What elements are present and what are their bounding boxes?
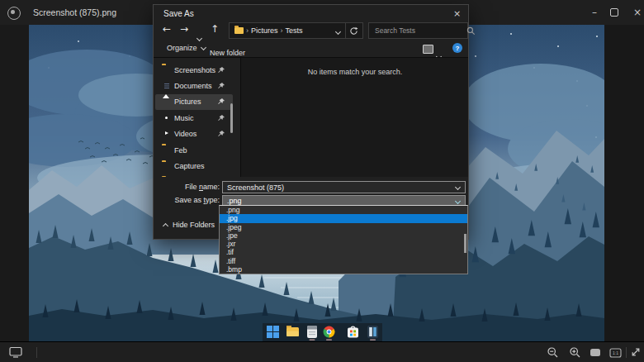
- type-option-tiff[interactable]: .tiff: [220, 257, 467, 265]
- chrome-icon: [324, 326, 334, 336]
- sidebar-item-documents[interactable]: Documents: [155, 78, 233, 93]
- empty-message: No items match your search.: [241, 68, 468, 76]
- left-rail: [0, 25, 29, 341]
- fit-screen-icon[interactable]: [590, 348, 601, 357]
- sidebar-item-captures[interactable]: Captures: [155, 158, 233, 174]
- type-option-jpeg[interactable]: .jpeg: [220, 223, 467, 231]
- dialog-body: No items match your search. Screenshots …: [154, 58, 468, 177]
- address-dropdown-icon[interactable]: [336, 22, 340, 37]
- type-option-bmp[interactable]: .bmp: [220, 265, 467, 274]
- type-option-jpe[interactable]: .jpe: [220, 231, 467, 240]
- save-type-label: Save as type:: [154, 196, 220, 204]
- help-button[interactable]: ?: [452, 43, 462, 53]
- divider: [626, 347, 627, 358]
- divider: [36, 347, 37, 358]
- sidebar-item-feb[interactable]: Feb: [155, 142, 233, 158]
- file-name-combobox[interactable]: Screenshot (875): [222, 181, 466, 193]
- type-option-jpg[interactable]: .jpg: [220, 214, 467, 222]
- sidebar-item-pictures[interactable]: Pictures: [155, 94, 233, 110]
- recent-locations-icon[interactable]: [197, 29, 201, 44]
- save-type-dropdown-list: .png .jpg .jpeg .jpe .jxr .tif .tiff .bm…: [219, 205, 468, 274]
- refresh-icon[interactable]: [349, 26, 358, 36]
- viewer-statusbar: 87% 1:1: [0, 341, 644, 362]
- breadcrumb-tests[interactable]: Tests: [286, 26, 303, 35]
- breadcrumb[interactable]: › Pictures › Tests: [229, 22, 363, 39]
- pin-icon: [217, 82, 225, 90]
- search-input[interactable]: [369, 26, 466, 35]
- chevron-down-icon: [200, 44, 206, 50]
- organize-button[interactable]: Organize: [167, 44, 206, 52]
- expand-icon[interactable]: [630, 346, 642, 358]
- hide-folders-button[interactable]: Hide Folders: [163, 221, 215, 229]
- dialog-close-icon[interactable]: ×: [450, 7, 464, 21]
- file-name-value: Screenshot (875): [227, 183, 456, 192]
- file-name-label: File name:: [154, 183, 220, 191]
- chevron-down-icon: [455, 184, 461, 190]
- type-option-jxr[interactable]: .jxr: [220, 240, 467, 248]
- zoom-in-icon[interactable]: [569, 346, 581, 359]
- screenshot-app-icon-taskbar: [367, 326, 378, 338]
- up-icon[interactable]: ↑: [211, 23, 219, 35]
- right-gap: [604, 25, 644, 341]
- monitor-icon[interactable]: [8, 345, 23, 359]
- svg-text:1:1: 1:1: [613, 350, 618, 355]
- search-icon: [466, 26, 476, 36]
- view-mode-button[interactable]: [423, 45, 433, 54]
- microsoft-store-icon: [348, 326, 358, 337]
- screen: Screenshot (875).png – ×: [0, 0, 644, 362]
- notepad-icon: [307, 326, 317, 338]
- sidebar-item-videos[interactable]: Videos: [155, 126, 233, 142]
- chevron-up-icon: [163, 223, 168, 229]
- breadcrumb-pictures[interactable]: Pictures: [251, 26, 278, 35]
- breadcrumb-separator: ›: [281, 26, 283, 35]
- folder-icon: [234, 27, 244, 34]
- embedded-taskbar: [263, 323, 382, 341]
- pin-icon: [217, 114, 225, 122]
- window-title: Screenshot (875).png: [33, 7, 116, 17]
- search-box[interactable]: [368, 22, 468, 39]
- navigation-sidebar: Screenshots Documents Pictures Music: [154, 58, 240, 177]
- screenshot-app-icon: [7, 7, 21, 20]
- forward-icon[interactable]: →: [180, 23, 188, 35]
- sidebar-item-partial[interactable]: [155, 174, 233, 177]
- chevron-down-icon: [455, 198, 461, 203]
- dialog-title: Save As: [163, 9, 194, 18]
- dropdown-scrollbar[interactable]: [464, 234, 466, 253]
- type-option-png[interactable]: .png: [220, 206, 467, 214]
- actual-size-icon[interactable]: 1:1: [609, 348, 622, 358]
- sidebar-item-music[interactable]: Music: [155, 110, 233, 126]
- minimize-button[interactable]: –: [586, 0, 603, 25]
- breadcrumb-separator: ›: [246, 26, 249, 35]
- close-button[interactable]: ×: [629, 0, 644, 25]
- restore-button[interactable]: [610, 0, 618, 25]
- pin-icon: [217, 130, 225, 138]
- zoom-out-icon[interactable]: [547, 346, 559, 359]
- sidebar-item-screenshots[interactable]: Screenshots: [155, 62, 233, 78]
- restore-icon: [610, 8, 618, 17]
- divider: [345, 23, 346, 38]
- back-icon[interactable]: ←: [163, 23, 171, 35]
- sidebar-scrollbar[interactable]: [230, 103, 233, 133]
- save-type-value: .png: [227, 197, 456, 205]
- pin-icon: [217, 98, 225, 106]
- type-option-tif[interactable]: .tif: [220, 248, 467, 256]
- file-list-pane[interactable]: No items match your search.: [240, 58, 468, 177]
- pin-icon: [217, 66, 225, 74]
